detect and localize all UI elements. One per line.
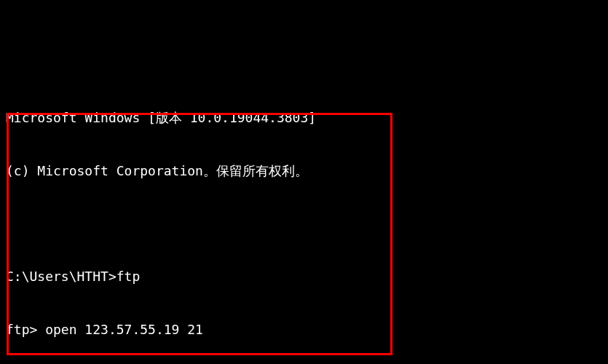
- terminal-command-open: ftp> open 123.57.55.19 21: [6, 321, 602, 339]
- terminal-window[interactable]: Microsoft Windows [版本 10.0.19044.3803] (…: [6, 74, 602, 364]
- terminal-header-copyright: (c) Microsoft Corporation。保留所有权利。: [6, 162, 602, 180]
- terminal-blank-line: [6, 215, 602, 233]
- highlight-annotation-box: [7, 113, 392, 355]
- terminal-header-version: Microsoft Windows [版本 10.0.19044.3803]: [6, 109, 602, 127]
- terminal-command-ftp: C:\Users\HTHT>ftp: [6, 268, 602, 285]
